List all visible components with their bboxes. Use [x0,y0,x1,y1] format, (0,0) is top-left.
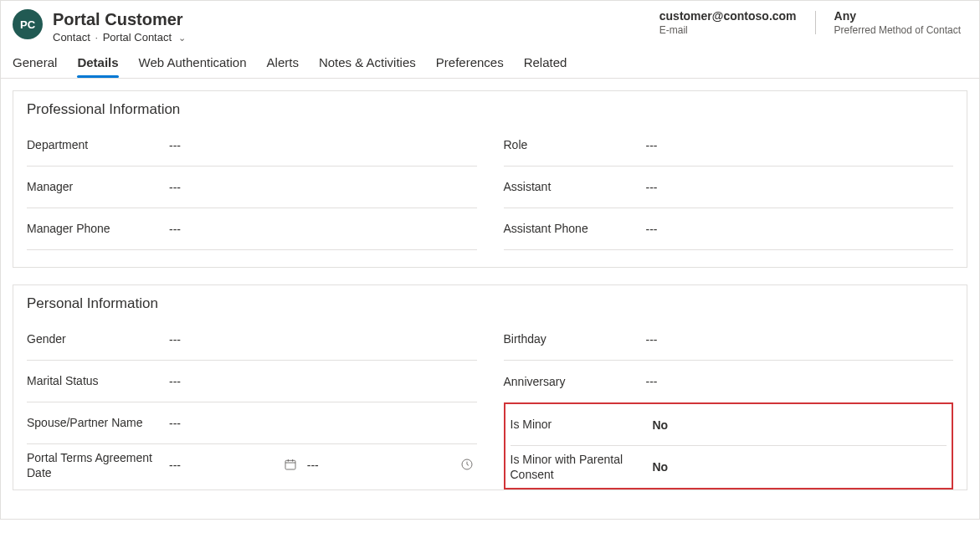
header-contactmethod-value: Any [834,9,961,23]
field-label: Manager [27,174,161,199]
field-gender[interactable]: Gender --- [27,319,477,361]
field-value: --- [169,417,477,430]
avatar: PC [13,9,43,39]
field-portal-terms-agreement-date[interactable]: Portal Terms Agreement Date --- --- [27,444,477,486]
field-birthday[interactable]: Birthday --- [504,319,954,361]
header-email-value: customer@contoso.com [659,9,797,23]
field-label: Spouse/Partner Name [27,410,161,435]
field-label: Marital Status [27,368,161,393]
field-label: Anniversary [504,369,638,394]
chevron-down-icon: ⌄ [175,33,186,43]
field-manager-phone[interactable]: Manager Phone --- [27,208,477,250]
field-value: --- [169,139,477,152]
tab-general[interactable]: General [13,55,57,78]
section-professional-information: Professional Information Department --- … [13,90,967,268]
section-title-professional: Professional Information [13,101,967,125]
field-label: Manager Phone [27,216,161,241]
field-assistant[interactable]: Assistant --- [504,167,954,208]
field-value: --- [646,223,954,236]
tab-details[interactable]: Details [77,55,118,78]
field-value: --- [169,181,477,194]
section-personal-information: Personal Information Gender --- Marital … [13,284,967,490]
field-value-date: --- [169,459,181,472]
clock-icon[interactable] [457,458,477,474]
record-title: Portal Customer [53,9,653,29]
field-label: Department [27,132,161,157]
minor-highlight-box: Is Minor No Is Minor with Parental Conse… [504,402,954,489]
field-role[interactable]: Role --- [504,125,954,167]
tab-alerts[interactable]: Alerts [267,55,299,78]
header-contactmethod-field[interactable]: Any Preferred Method of Contact [828,9,967,36]
field-value: --- [646,181,954,194]
field-marital-status[interactable]: Marital Status --- [27,361,477,402]
field-department[interactable]: Department --- [27,125,477,167]
field-value: --- [169,333,477,346]
entity-name: Contact [53,31,90,44]
section-title-personal: Personal Information [13,295,967,319]
calendar-icon[interactable] [280,458,300,474]
record-subtitle[interactable]: Contact · Portal Contact ⌄ [53,31,653,44]
header-divider [815,11,816,34]
field-value: --- [646,139,954,152]
field-label: Assistant [504,174,638,199]
field-value: No [653,460,947,474]
field-label: Portal Terms Agreement Date [27,445,161,485]
field-label: Is Minor [511,412,644,437]
form-header: PC Portal Customer Contact · Portal Cont… [1,1,979,44]
field-assistant-phone[interactable]: Assistant Phone --- [504,208,954,250]
field-value: --- [169,375,477,388]
tab-notes-activities[interactable]: Notes & Activities [319,55,416,78]
field-label: Birthday [504,326,638,351]
form-tabs: General Details Web Authentication Alert… [1,44,979,79]
field-spouse-partner-name[interactable]: Spouse/Partner Name --- [27,402,477,444]
field-is-minor[interactable]: Is Minor No [511,404,947,446]
field-value: No [653,418,947,432]
svg-rect-0 [285,460,295,469]
field-label: Is Minor with Parental Consent [511,447,644,487]
field-value-time: --- [307,459,357,472]
field-is-minor-with-parental-consent[interactable]: Is Minor with Parental Consent No [511,446,947,488]
header-contactmethod-label: Preferred Method of Contact [834,24,961,36]
header-email-field[interactable]: customer@contoso.com E-mail [653,9,803,36]
field-value: --- [646,375,954,388]
header-email-label: E-mail [659,24,797,36]
avatar-initials: PC [20,18,35,31]
tab-preferences[interactable]: Preferences [436,55,504,78]
field-label: Assistant Phone [504,216,638,241]
field-value: --- [646,333,954,346]
field-label: Gender [27,326,161,351]
field-value: --- [169,223,477,236]
tab-related[interactable]: Related [524,55,567,78]
tab-web-authentication[interactable]: Web Authentication [139,55,247,78]
subtitle-separator: · [93,31,100,44]
field-label: Role [504,132,638,157]
form-name: Portal Contact [103,31,172,44]
field-anniversary[interactable]: Anniversary --- [504,361,954,402]
field-manager[interactable]: Manager --- [27,167,477,208]
